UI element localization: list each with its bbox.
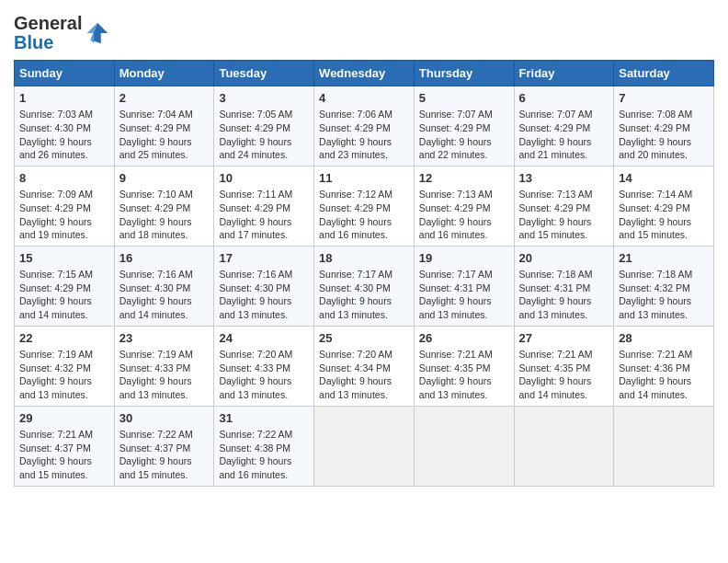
week-row-3: 15Sunrise: 7:15 AMSunset: 4:29 PMDayligh… — [15, 246, 714, 326]
calendar-cell: 25Sunrise: 7:20 AMSunset: 4:34 PMDayligh… — [314, 326, 415, 406]
day-info-line: Sunset: 4:29 PM — [19, 282, 109, 295]
day-info-line: Sunset: 4:29 PM — [119, 201, 210, 215]
day-info-line: Sunrise: 7:04 AM — [119, 108, 210, 121]
day-info-line: Sunrise: 7:16 AM — [119, 268, 210, 282]
calendar-cell: 19Sunrise: 7:17 AMSunset: 4:31 PMDayligh… — [414, 246, 514, 326]
day-info-line: Sunset: 4:38 PM — [219, 442, 309, 455]
header-day-saturday: Saturday — [614, 61, 714, 86]
day-info-line: and 15 minutes. — [19, 468, 109, 482]
day-info-line: Daylight: 9 hours — [319, 215, 409, 229]
day-info-line: and 21 minutes. — [519, 148, 609, 162]
calendar-cell: 3Sunrise: 7:05 AMSunset: 4:29 PMDaylight… — [214, 86, 314, 167]
day-info-line: Sunrise: 7:19 AM — [119, 348, 210, 362]
day-info-line: and 13 minutes. — [519, 308, 609, 322]
logo-text: General Blue — [14, 14, 111, 52]
day-info-line: Sunrise: 7:22 AM — [119, 428, 210, 442]
day-info-line: Sunset: 4:29 PM — [419, 201, 509, 215]
calendar-cell: 17Sunrise: 7:16 AMSunset: 4:30 PMDayligh… — [214, 246, 314, 326]
day-info-line: Sunset: 4:33 PM — [119, 362, 210, 375]
day-info-line: Daylight: 9 hours — [419, 374, 509, 388]
day-info-line: Daylight: 9 hours — [619, 374, 709, 388]
calendar-cell: 10Sunrise: 7:11 AMSunset: 4:29 PMDayligh… — [214, 166, 314, 246]
day-info-line: Sunrise: 7:07 AM — [419, 108, 509, 121]
day-info-line: Sunset: 4:31 PM — [419, 282, 509, 295]
calendar-cell: 7Sunrise: 7:08 AMSunset: 4:29 PMDaylight… — [614, 86, 714, 167]
day-info-line: Daylight: 9 hours — [319, 135, 409, 149]
day-info-line: Sunrise: 7:20 AM — [319, 348, 409, 362]
day-info-line: Daylight: 9 hours — [519, 215, 609, 229]
day-info-line: Daylight: 9 hours — [219, 135, 309, 149]
day-info-line: Sunrise: 7:12 AM — [319, 188, 409, 201]
day-info-line: Sunset: 4:31 PM — [519, 282, 609, 295]
day-info-line: Sunrise: 7:21 AM — [519, 348, 609, 362]
calendar-cell: 5Sunrise: 7:07 AMSunset: 4:29 PMDaylight… — [414, 86, 514, 167]
day-info-line: Sunrise: 7:10 AM — [119, 188, 210, 201]
day-info-line: and 18 minutes. — [119, 228, 210, 242]
day-info-line: Daylight: 9 hours — [519, 374, 609, 388]
day-number: 23 — [119, 330, 210, 347]
day-info-line: Sunrise: 7:20 AM — [219, 348, 309, 362]
day-info-line: Sunset: 4:33 PM — [219, 362, 309, 375]
calendar-cell — [614, 406, 714, 486]
day-info-line: Sunrise: 7:13 AM — [519, 188, 609, 201]
day-number: 12 — [419, 170, 509, 187]
day-number: 26 — [419, 330, 509, 347]
day-number: 14 — [619, 170, 709, 187]
day-number: 3 — [219, 90, 309, 107]
day-info-line: Daylight: 9 hours — [119, 215, 210, 229]
day-number: 31 — [219, 410, 309, 427]
day-info-line: and 15 minutes. — [119, 468, 210, 482]
day-info-line: Daylight: 9 hours — [19, 215, 109, 229]
calendar-cell: 21Sunrise: 7:18 AMSunset: 4:32 PMDayligh… — [614, 246, 714, 326]
day-info-line: Sunrise: 7:05 AM — [219, 108, 309, 121]
day-info-line: and 14 minutes. — [119, 308, 210, 322]
calendar-cell: 8Sunrise: 7:09 AMSunset: 4:29 PMDaylight… — [15, 166, 115, 246]
day-info-line: Daylight: 9 hours — [619, 294, 709, 308]
header-day-wednesday: Wednesday — [314, 61, 415, 86]
day-info-line: Sunrise: 7:16 AM — [219, 268, 309, 282]
logo: General Blue — [14, 14, 111, 52]
day-info-line: Sunset: 4:29 PM — [619, 121, 709, 135]
day-number: 5 — [419, 90, 509, 107]
day-info-line: and 24 minutes. — [219, 148, 309, 162]
day-info-line: Sunset: 4:29 PM — [119, 121, 210, 135]
day-info-line: Daylight: 9 hours — [19, 454, 109, 468]
week-row-2: 8Sunrise: 7:09 AMSunset: 4:29 PMDaylight… — [15, 166, 714, 246]
day-info-line: and 23 minutes. — [319, 148, 409, 162]
day-number: 29 — [19, 410, 109, 427]
day-info-line: Sunset: 4:32 PM — [619, 282, 709, 295]
day-info-line: Sunrise: 7:22 AM — [219, 428, 309, 442]
day-info-line: Daylight: 9 hours — [419, 215, 509, 229]
day-info-line: and 22 minutes. — [419, 148, 509, 162]
day-info-line: Sunset: 4:36 PM — [619, 362, 709, 375]
day-info-line: Sunrise: 7:11 AM — [219, 188, 309, 201]
day-info-line: Daylight: 9 hours — [319, 294, 409, 308]
day-info-line: Daylight: 9 hours — [19, 294, 109, 308]
calendar-cell: 11Sunrise: 7:12 AMSunset: 4:29 PMDayligh… — [314, 166, 415, 246]
day-info-line: and 16 minutes. — [419, 228, 509, 242]
day-info-line: and 16 minutes. — [219, 468, 309, 482]
day-info-line: Daylight: 9 hours — [419, 135, 509, 149]
day-info-line: Daylight: 9 hours — [619, 215, 709, 229]
day-info-line: Sunset: 4:30 PM — [119, 282, 210, 295]
day-info-line: Sunset: 4:29 PM — [319, 121, 409, 135]
calendar-cell: 27Sunrise: 7:21 AMSunset: 4:35 PMDayligh… — [514, 326, 614, 406]
day-number: 22 — [19, 330, 109, 347]
day-number: 24 — [219, 330, 309, 347]
day-info-line: and 26 minutes. — [19, 148, 109, 162]
day-number: 13 — [519, 170, 609, 187]
day-number: 11 — [319, 170, 409, 187]
week-row-1: 1Sunrise: 7:03 AMSunset: 4:30 PMDaylight… — [15, 86, 714, 167]
calendar-table: SundayMondayTuesdayWednesdayThursdayFrid… — [14, 60, 714, 487]
day-info-line: Sunset: 4:34 PM — [319, 362, 409, 375]
header: General Blue — [14, 9, 714, 52]
calendar-cell: 30Sunrise: 7:22 AMSunset: 4:37 PMDayligh… — [114, 406, 214, 486]
day-info-line: and 14 minutes. — [519, 388, 609, 402]
header-day-sunday: Sunday — [15, 61, 115, 86]
day-info-line: Daylight: 9 hours — [19, 135, 109, 149]
day-info-line: and 14 minutes. — [619, 388, 709, 402]
calendar-cell — [514, 406, 614, 486]
day-number: 8 — [19, 170, 109, 187]
day-info-line: Daylight: 9 hours — [119, 454, 210, 468]
day-number: 25 — [319, 330, 409, 347]
